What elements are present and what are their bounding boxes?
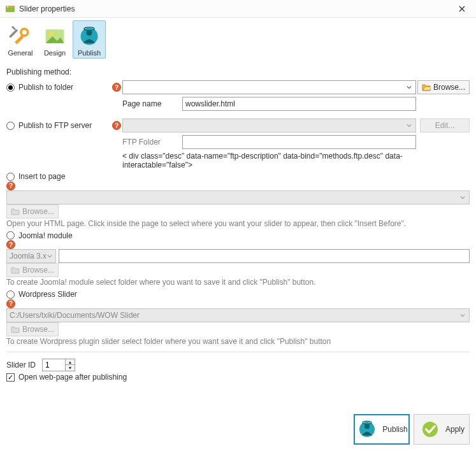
radio-icon xyxy=(6,83,15,92)
browse-folder-button[interactable]: Browse... xyxy=(417,80,470,94)
radio-publish-to-folder[interactable]: Publish to folder xyxy=(6,83,110,92)
slider-id-stepper[interactable]: ▲ ▼ xyxy=(42,359,75,371)
button-label: Browse... xyxy=(433,83,465,92)
page-name-input[interactable] xyxy=(182,97,416,111)
radio-icon xyxy=(6,173,15,181)
tab-label: Publish xyxy=(78,49,101,57)
radio-insert-to-page[interactable]: Insert to page xyxy=(6,172,470,181)
help-icon[interactable]: ? xyxy=(112,121,121,130)
radio-label: Insert to page xyxy=(18,172,65,181)
radio-label: Joomla! module xyxy=(18,231,73,240)
slider-id-label: Slider ID xyxy=(6,361,36,369)
radio-joomla-module[interactable]: Joomla! module xyxy=(6,231,470,240)
close-button[interactable] xyxy=(453,3,471,15)
radio-icon xyxy=(6,122,15,130)
svg-rect-4 xyxy=(9,29,18,38)
joomla-description: To create Joomla! module select folder w… xyxy=(6,277,470,287)
stepper-up-icon[interactable]: ▲ xyxy=(66,359,75,365)
tab-general[interactable]: General xyxy=(4,20,37,59)
tab-design[interactable]: Design xyxy=(38,20,71,59)
wordpress-description: To create Wordpress plugin slider select… xyxy=(6,336,470,347)
folder-open-icon xyxy=(422,83,431,92)
content-area: Publishing method: Publish to folder ? B… xyxy=(0,60,476,385)
help-icon[interactable]: ? xyxy=(6,299,15,308)
svg-rect-5 xyxy=(11,26,16,31)
tab-bar: General Design Publish xyxy=(0,18,476,60)
radio-icon xyxy=(6,231,15,240)
stepper-down-icon[interactable]: ▼ xyxy=(66,365,75,371)
app-icon xyxy=(5,4,15,14)
apply-button[interactable]: Apply xyxy=(414,414,470,445)
folder-path-combo[interactable] xyxy=(122,80,416,94)
folder-open-icon xyxy=(11,325,20,334)
combo-value: Joomla 3.x xyxy=(10,252,47,261)
folder-open-icon xyxy=(11,266,20,275)
open-after-label: Open web-page after publishing xyxy=(18,373,127,382)
insert-browse-button: Browse... xyxy=(6,204,59,218)
publish-form: Publish to folder ? Browse... Page name … xyxy=(6,80,470,169)
folder-open-icon xyxy=(11,207,20,216)
help-icon[interactable]: ? xyxy=(6,182,15,190)
wordpress-browse-button: Browse... xyxy=(6,322,59,336)
joomla-browse-button: Browse... xyxy=(6,263,59,277)
ftp-folder-label: FTP Folder xyxy=(122,138,173,147)
button-label: Browse... xyxy=(22,266,54,275)
button-label: Publish xyxy=(382,425,407,434)
titlebar: Slider properties xyxy=(0,0,476,18)
joomla-version-combo: Joomla 3.x xyxy=(6,249,56,263)
button-label: Browse... xyxy=(22,325,54,334)
chevron-down-icon xyxy=(458,310,468,320)
open-after-checkbox[interactable] xyxy=(6,373,15,382)
radio-publish-to-ftp[interactable]: Publish to FTP server xyxy=(6,121,110,130)
globe-person-icon xyxy=(356,418,379,441)
tab-publish[interactable]: Publish xyxy=(73,20,106,59)
page-name-label: Page name xyxy=(122,99,173,108)
window-title: Slider properties xyxy=(19,4,453,13)
radio-label: Wordpress Slider xyxy=(18,290,77,299)
image-icon xyxy=(42,24,68,49)
svg-point-2 xyxy=(7,6,8,7)
globe-person-icon xyxy=(76,24,102,49)
check-circle-icon xyxy=(419,418,442,441)
radio-label: Publish to FTP server xyxy=(18,121,92,130)
chevron-down-icon xyxy=(458,192,468,203)
ftp-folder-input xyxy=(182,135,416,149)
tab-label: Design xyxy=(44,49,66,57)
footer-buttons: Publish Apply xyxy=(354,414,470,445)
radio-icon xyxy=(6,290,15,299)
publish-button[interactable]: Publish xyxy=(354,414,410,445)
button-label: Apply xyxy=(445,425,465,434)
svg-point-7 xyxy=(49,32,54,36)
slider-id-input[interactable] xyxy=(42,359,65,371)
radio-wordpress-slider[interactable]: Wordpress Slider xyxy=(6,290,470,299)
ftp-server-combo xyxy=(122,118,416,132)
wordpress-path-combo: C:/Users/txiki/Documents/WOW Slider xyxy=(6,308,470,322)
radio-label: Publish to folder xyxy=(18,83,73,92)
button-label: Browse... xyxy=(22,207,54,216)
button-label: Edit... xyxy=(435,121,455,130)
tab-label: General xyxy=(8,49,32,57)
joomla-path-input xyxy=(59,249,470,263)
insert-description: Open your HTML page. Click inside the pa… xyxy=(6,218,470,229)
help-icon[interactable]: ? xyxy=(112,83,121,92)
chevron-down-icon xyxy=(45,250,54,262)
svg-point-3 xyxy=(21,29,28,36)
insert-page-combo xyxy=(6,190,470,204)
svg-point-14 xyxy=(422,422,438,437)
section-label: Publishing method: xyxy=(6,68,470,76)
chevron-down-icon xyxy=(404,82,414,92)
divider xyxy=(6,352,470,352)
wrench-icon xyxy=(8,24,33,49)
help-icon[interactable]: ? xyxy=(6,240,15,249)
combo-value: C:/Users/txiki/Documents/WOW Slider xyxy=(10,311,140,320)
chevron-down-icon xyxy=(404,120,414,131)
ftp-edit-button: Edit... xyxy=(420,118,470,132)
close-icon xyxy=(459,6,465,12)
